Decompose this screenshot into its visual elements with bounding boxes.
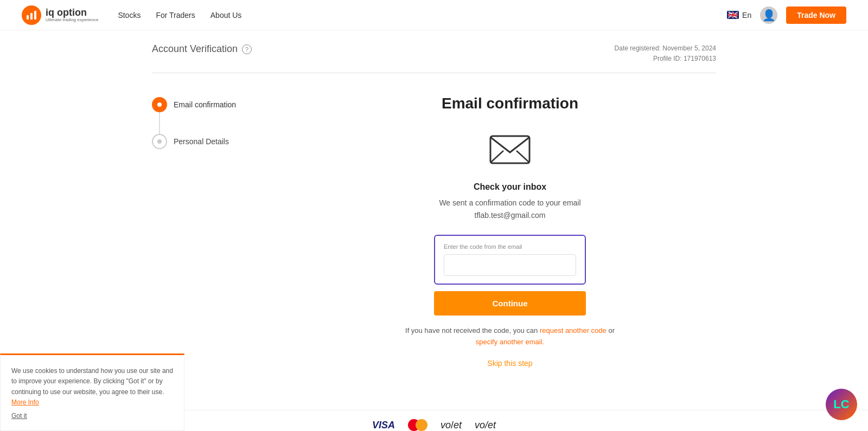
or-label: or [608,326,615,334]
logo-bar-3 [34,11,36,20]
flag-icon [727,11,739,19]
cookie-banner: We use cookies to understand how you use… [0,353,184,431]
volet-logo-1: vo/et [441,420,462,431]
profile-info: Date registered: November 5, 2024 Profil… [615,43,716,64]
step-label-personal: Personal Details [174,137,229,146]
request-another-code-link[interactable]: request another code [540,326,607,334]
step-label-email: Email confirmation [174,100,236,109]
visa-logo: VISA [372,420,395,431]
cookie-text: We use cookies to understand how you use… [11,366,173,408]
header-right: En 👤 Trade Now [727,7,846,24]
code-input-box: Enter the code from the email [434,235,586,285]
check-inbox-label: Check your inbox [474,182,546,192]
logo-text: iq option Ultimate trading experience [46,8,98,22]
cookie-message: We use cookies to understand how you use… [11,367,173,395]
cookie-more-info-link[interactable]: More Info [11,398,39,406]
continue-button[interactable]: Continue [434,291,586,316]
code-input[interactable] [444,254,576,276]
chat-icon: LC [833,397,849,411]
page-header: Account Verification ? Date registered: … [152,30,716,73]
step-dot-active [152,97,167,112]
email-confirmation-section: Email confirmation Check your inbox We s… [304,95,716,368]
svg-line-1 [490,151,503,163]
date-registered: Date registered: November 5, 2024 [615,43,716,54]
logo-icon [22,5,41,25]
mc-orange-circle [416,419,427,431]
steps-sidebar: Email confirmation Personal Details [152,95,260,368]
sent-text: We sent a confirmation code to your emai… [439,197,580,209]
step-personal-details: Personal Details [152,134,260,149]
language-selector[interactable]: En [727,11,751,20]
help-icon[interactable]: ? [242,44,252,54]
volet-logo-2: vo/et [475,420,496,431]
nav-stocks[interactable]: Stocks [118,11,141,20]
header-left: iq option Ultimate trading experience St… [22,5,241,25]
email-address: tflab.test@gmail.com [475,211,546,220]
nav-for-traders[interactable]: For Traders [156,11,195,20]
logo[interactable]: iq option Ultimate trading experience [22,5,98,25]
cookie-got-it-link[interactable]: Got it [11,412,27,420]
resend-text: If you have not received the code, you c… [405,326,615,334]
mastercard-logo [408,419,427,431]
email-confirmation-title: Email confirmation [442,95,578,112]
logo-bar-2 [30,13,33,20]
page-title: Account Verification [152,43,238,55]
header: iq option Ultimate trading experience St… [0,0,868,30]
step-email-confirmation: Email confirmation [152,97,260,134]
main-content: Account Verification ? Date registered: … [0,30,868,410]
avatar-icon: 👤 [762,9,776,22]
language-label: En [742,11,751,20]
logo-tagline: Ultimate trading experience [46,17,98,22]
nav-about-us[interactable]: About Us [210,11,242,20]
svg-rect-0 [490,136,529,163]
step-dot-inactive [152,134,167,149]
user-avatar[interactable]: 👤 [760,7,777,24]
logo-bars [27,11,36,20]
chat-button[interactable]: LC [826,389,857,420]
trade-now-button[interactable]: Trade Now [786,7,846,24]
code-field-label: Enter the code from the email [444,243,576,250]
specify-email-link[interactable]: specify another email. [476,338,544,346]
profile-id: Profile ID: 171970613 [615,54,716,64]
main-nav: Stocks For Traders About Us [118,11,241,20]
content-area: Email confirmation Personal Details Emai… [152,73,716,368]
page-title-area: Account Verification ? [152,43,252,55]
skip-step-link[interactable]: Skip this step [487,359,532,368]
logo-name: iq option [46,8,98,17]
svg-line-2 [516,151,529,163]
logo-bar-1 [27,15,29,20]
resend-prefix: If you have not received the code, you c… [405,326,538,334]
envelope-icon [488,132,532,167]
